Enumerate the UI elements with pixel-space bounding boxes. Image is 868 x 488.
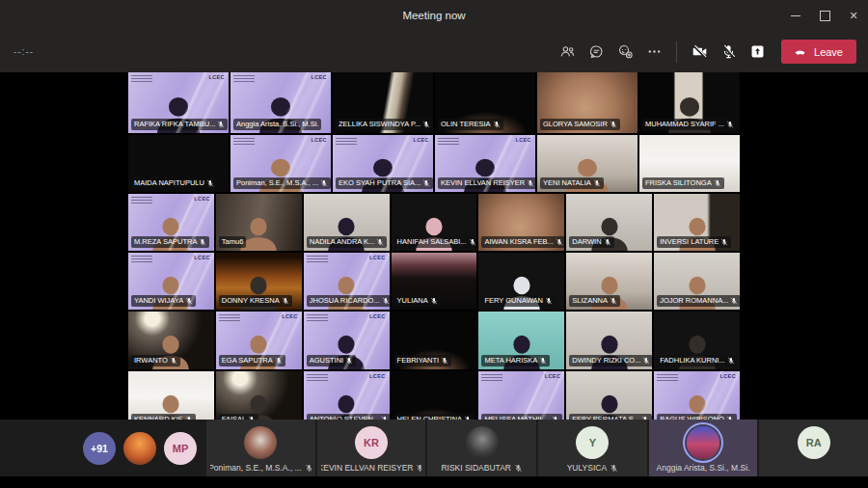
video-tile[interactable]: FEBRIYANTI xyxy=(392,312,477,369)
video-tile[interactable]: LCECEGA SAPUTRA xyxy=(216,312,302,369)
lcec-logo: LCEC xyxy=(369,313,386,319)
video-tile[interactable]: LCECAnggia Arista, S.Si., M.Si. xyxy=(231,72,331,133)
participant-name-label: GLORYA SAMOSIR xyxy=(540,119,620,130)
participant-name: AIWAN KISRA FEB... xyxy=(484,237,553,247)
toolbar-actions: Leave xyxy=(553,38,868,67)
lcec-flyer-text xyxy=(307,256,328,263)
video-tile[interactable]: MAIDA NAPITUPULU xyxy=(128,135,229,192)
hangup-phone-icon xyxy=(793,44,807,59)
video-tile[interactable]: FERY GUNAWAN xyxy=(478,253,564,310)
participant-name: Poniman, S.E., M.S.A., ... xyxy=(236,178,318,188)
initials-avatar[interactable]: KR xyxy=(355,426,388,459)
lcec-logo: LCEC xyxy=(369,373,386,379)
video-tile[interactable]: DWINDY RIZKI CO... xyxy=(566,312,652,369)
video-grid-row: IRWANTOLCECEGA SAPUTRALCECAGUSTINIFEBRIY… xyxy=(128,312,740,369)
mic-muted-icon xyxy=(545,297,553,305)
video-tile[interactable]: DONNY KRESNA xyxy=(216,253,302,310)
participant-name-label: META HARISKA xyxy=(481,355,550,366)
mic-muted-icon xyxy=(441,357,448,365)
mic-muted-icon xyxy=(610,464,618,473)
toolbar-divider xyxy=(676,41,677,63)
participant-name: INVERSI LATURE xyxy=(660,237,719,247)
participant-name: Anggia Arista, S.Si., M.Si. xyxy=(236,120,318,129)
video-tile[interactable]: IRWANTO xyxy=(128,312,214,369)
video-tile[interactable]: LCECYANDI WIJAYA xyxy=(128,253,214,310)
reactions-button[interactable] xyxy=(610,38,639,67)
participant-bar-tile[interactable]: RA xyxy=(759,420,868,476)
camera-toggle-button[interactable] xyxy=(685,38,714,67)
video-tile[interactable]: LCECKEVIN ELLVAN REISYER xyxy=(435,135,535,192)
initials-avatar[interactable]: MP xyxy=(164,432,197,465)
show-chat-button[interactable] xyxy=(582,38,610,67)
video-grid-row: LCECM.REZA SAPUTRATamu6NADILA ANDRA K...… xyxy=(128,194,740,251)
participant-name: AGUSTINI xyxy=(310,356,343,366)
initials-avatar[interactable]: RA xyxy=(798,426,830,459)
video-tile[interactable]: INVERSI LATURE xyxy=(654,194,740,251)
participant-name-label: KEVIN ELLVAN REISYER xyxy=(438,177,535,189)
video-grid-row: LCECRAFIKA RIFKA TAMBU...LCECAnggia Aris… xyxy=(128,72,740,133)
lcec-logo: LCEC xyxy=(194,255,210,260)
overflow-count-badge[interactable]: +91 xyxy=(83,432,116,465)
participant-bar-tile[interactable]: Poniman, S.E., M.S.A., ... xyxy=(206,420,315,476)
mic-muted-icon xyxy=(610,297,617,305)
mic-muted-icon xyxy=(556,238,563,246)
video-tile[interactable]: MUHAMMAD SYARIF ... xyxy=(639,72,740,133)
share-screen-button[interactable] xyxy=(743,38,772,67)
video-tile[interactable]: META HARISKA xyxy=(478,312,564,369)
participant-bar-tile[interactable]: YYULYSICA xyxy=(538,420,647,476)
video-tile[interactable]: DARWIN xyxy=(566,194,652,251)
participant-name-label: FEBRIYANTI xyxy=(394,355,452,366)
video-tile[interactable]: JOJOR ROMANNA... xyxy=(654,253,740,310)
participant-name-label: YANDI WIJAYA xyxy=(131,295,196,307)
more-actions-button[interactable] xyxy=(639,38,668,67)
participant-name: RISKI SIDABUTAR xyxy=(441,463,511,473)
video-tile[interactable]: YENI NATALIA xyxy=(537,135,637,192)
video-tile[interactable]: YULIANA xyxy=(392,253,477,310)
photo-avatar[interactable] xyxy=(244,426,277,459)
leave-button[interactable]: Leave xyxy=(781,40,856,64)
video-tile[interactable]: HANIFAH SALSABI... xyxy=(392,194,477,251)
mic-off-icon xyxy=(720,43,737,60)
lcec-logo: LCEC xyxy=(282,313,298,319)
video-tile[interactable]: Tamu6 xyxy=(216,194,302,251)
video-tile[interactable]: FRISKA SILITONGA xyxy=(639,135,740,192)
mic-muted-icon xyxy=(376,238,384,246)
video-tile[interactable]: ZELLIKA SISWINDYA P... xyxy=(333,72,433,133)
close-button[interactable]: ✕ xyxy=(839,0,868,31)
participant-name-label: JHOSUA RICARDO... xyxy=(307,295,390,307)
initials-avatar[interactable]: Y xyxy=(576,426,609,459)
participant-bar-tile[interactable]: KRKEVIN ELLVAN REISYER xyxy=(317,420,426,476)
video-tile[interactable]: LCECRAFIKA RIFKA TAMBU... xyxy=(128,72,229,133)
participant-bar-tile[interactable]: RISKI SIDABUTAR xyxy=(427,420,536,476)
video-tile[interactable]: OLIN TERESIA xyxy=(435,72,535,133)
video-tile[interactable]: LCECJHOSUA RICARDO... xyxy=(304,253,390,310)
mic-muted-icon xyxy=(539,357,547,365)
video-tile[interactable]: LCECAGUSTINI xyxy=(304,312,390,369)
participant-name: M.REZA SAPUTRA xyxy=(134,237,197,247)
photo-avatar[interactable] xyxy=(687,426,719,459)
show-participants-button[interactable] xyxy=(553,38,582,67)
mic-muted-icon xyxy=(275,357,283,365)
photo-avatar[interactable] xyxy=(466,426,499,459)
participant-bar-tile[interactable]: Anggia Arista, S.Si., M.Si. xyxy=(649,420,758,476)
maximize-button[interactable] xyxy=(810,0,839,31)
photo-avatar[interactable] xyxy=(123,432,156,465)
participant-name-label: DARWIN xyxy=(569,236,613,248)
person-silhouette xyxy=(147,274,197,310)
mic-toggle-button[interactable] xyxy=(714,38,743,67)
video-tile[interactable]: SLIZANNA xyxy=(566,253,652,310)
participant-name: HANIFAH SALSABI... xyxy=(397,237,467,247)
video-tile[interactable]: FADHLIKA KURNI... xyxy=(654,312,740,369)
video-tile[interactable]: LCECEKO SYAH PUTRA SIA... xyxy=(333,135,433,192)
minimize-button[interactable] xyxy=(781,0,810,31)
overflow-avatars: +91MP xyxy=(0,420,204,476)
people-icon xyxy=(559,43,576,60)
participant-name: DWINDY RIZKI CO... xyxy=(572,356,640,366)
video-tile[interactable]: NADILA ANDRA K... xyxy=(304,194,390,251)
video-tile[interactable]: LCECPoniman, S.E., M.S.A., ... xyxy=(231,135,331,192)
video-tile[interactable]: AIWAN KISRA FEB... xyxy=(478,194,564,251)
participant-name-label: OLIN TERESIA xyxy=(438,119,503,130)
video-tile[interactable]: GLORYA SAMOSIR xyxy=(537,72,637,133)
video-tile[interactable]: LCECM.REZA SAPUTRA xyxy=(128,194,214,251)
lcec-flyer-text xyxy=(131,256,152,263)
